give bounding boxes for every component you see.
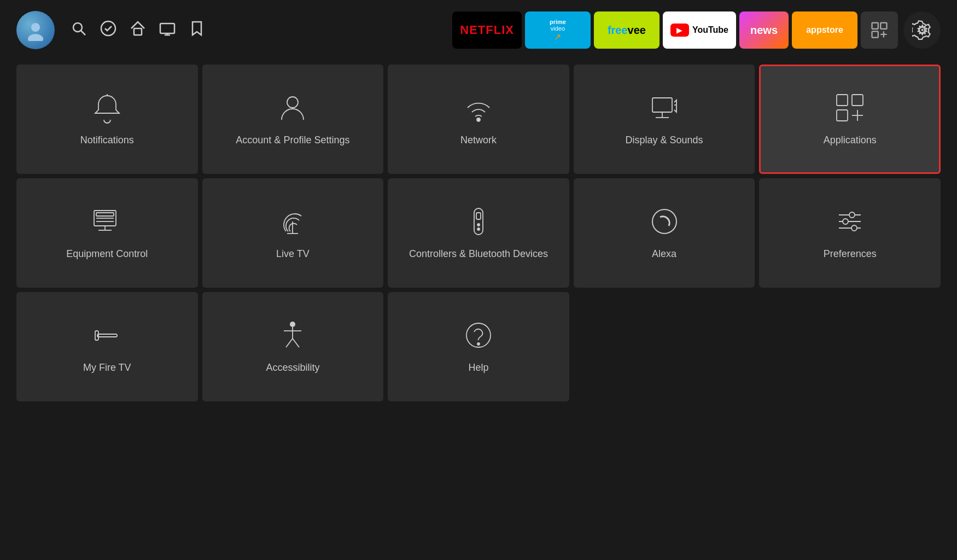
svg-rect-24 [837,110,848,121]
nav-apps: NETFLIX prime video ↗ freevee ▶ YouTube [452,11,941,49]
svg-rect-18 [652,98,672,112]
cell-label-equipment-control: Equipment Control [66,248,148,260]
cell-label-network: Network [460,134,497,147]
svg-point-1 [28,34,43,41]
svg-rect-10 [880,23,886,29]
settings-grid: Notifications Account & Profile Settings… [0,60,957,412]
grid-cell-accessibility[interactable]: Accessibility [202,292,384,401]
check-circle-icon[interactable] [100,20,117,41]
grid-cell-live-tv[interactable]: Live TV [202,178,384,288]
cell-label-help: Help [468,361,488,374]
grid-cell-account-profile[interactable]: Account & Profile Settings [202,65,384,174]
bookmark-icon[interactable] [188,20,206,41]
svg-point-44 [843,219,848,224]
cell-label-accessibility: Accessibility [266,361,319,374]
youtube-label: YouTube [692,25,728,35]
grid-cell-network[interactable]: Network [388,65,569,174]
svg-rect-23 [852,95,863,106]
svg-line-51 [286,339,293,347]
cell-label-live-tv: Live TV [276,248,310,260]
settings-gear-button[interactable]: ⚙ [903,11,941,49]
grid-cell-notifications[interactable]: Notifications [16,65,198,174]
svg-point-37 [477,224,480,226]
grid-cell-my-fire-tv[interactable]: My Fire TV [16,292,198,401]
prime-video-tile[interactable]: prime video ↗ [525,11,591,49]
appstore-label: appstore [806,25,843,35]
freevee-tile[interactable]: freevee [594,11,660,49]
svg-point-0 [31,23,40,32]
svg-line-52 [293,339,299,347]
svg-rect-30 [96,213,114,216]
svg-rect-6 [160,24,174,33]
svg-line-3 [81,31,85,35]
cell-label-alexa: Alexa [652,248,676,260]
grid-cell-empty2 [759,292,941,401]
svg-point-4 [101,21,115,36]
nav-icons [70,20,206,41]
grid-cell-help[interactable]: Help [388,292,569,401]
svg-rect-36 [476,213,481,219]
user-avatar[interactable] [16,11,55,49]
grid-cell-controllers-bluetooth[interactable]: Controllers & Bluetooth Devices [388,178,569,288]
svg-rect-46 [97,334,117,337]
cell-label-account-profile: Account & Profile Settings [236,134,349,147]
grid-cell-applications[interactable]: Applications [759,65,941,174]
cell-label-controllers-bluetooth: Controllers & Bluetooth Devices [409,248,548,260]
svg-rect-47 [95,331,98,340]
grid-cell-empty1 [574,292,755,401]
grid-cell-alexa[interactable]: Alexa [574,178,755,288]
news-tile[interactable]: news [739,11,789,49]
search-icon[interactable] [70,20,87,41]
cell-label-applications: Applications [824,134,877,147]
netflix-label: NETFLIX [460,23,514,37]
cell-label-preferences: Preferences [824,248,877,260]
svg-rect-11 [872,31,878,37]
grid-cell-preferences[interactable]: Preferences [759,178,941,288]
grid-cell-equipment-control[interactable]: Equipment Control [16,178,198,288]
svg-point-38 [477,228,480,230]
grid-cell-display-sounds[interactable]: Display & Sounds [574,65,755,174]
youtube-tile[interactable]: ▶ YouTube [663,11,736,49]
cell-label-my-fire-tv: My Fire TV [83,361,131,374]
top-nav: NETFLIX prime video ↗ freevee ▶ YouTube [0,0,957,60]
svg-point-16 [287,97,298,108]
home-icon[interactable] [129,20,147,41]
appstore-tile[interactable]: appstore [792,11,857,49]
svg-point-43 [849,212,855,218]
svg-rect-9 [872,23,878,29]
tv-icon[interactable] [159,20,176,41]
cell-label-notifications: Notifications [80,134,134,147]
svg-rect-5 [134,28,142,35]
svg-point-17 [477,118,480,121]
svg-point-2 [73,23,82,32]
freevee-label: freevee [608,24,646,37]
apps-grid-icon[interactable] [861,11,898,49]
news-label: news [750,24,778,37]
cell-label-display-sounds: Display & Sounds [626,134,703,147]
svg-point-48 [290,322,295,327]
netflix-tile[interactable]: NETFLIX [452,11,522,49]
svg-point-39 [652,209,676,234]
svg-rect-22 [837,95,848,106]
svg-point-54 [477,343,480,345]
svg-point-45 [851,225,857,231]
